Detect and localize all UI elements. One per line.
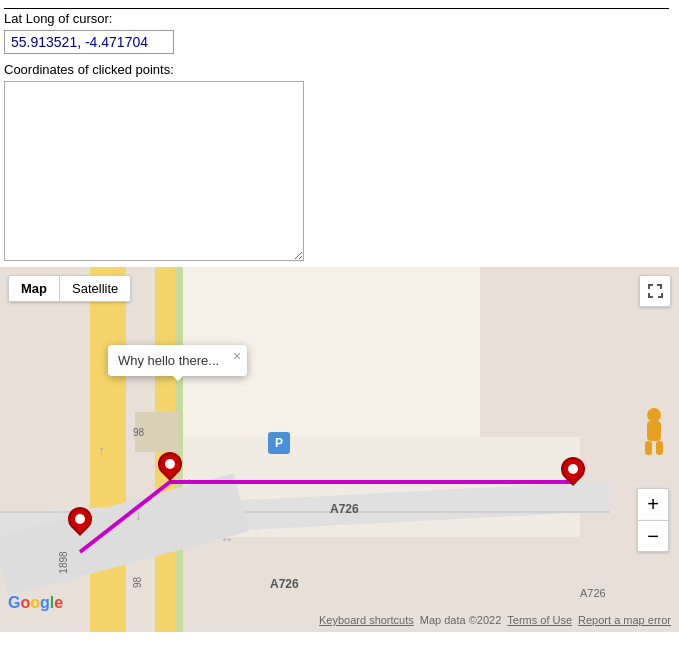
svg-rect-1 [647,421,661,441]
fullscreen-icon [647,283,663,299]
terms-link[interactable]: Terms of Use [507,614,572,626]
road-arrow-up: ↑ [98,442,105,458]
pegman-svg [639,407,669,459]
google-letter-o1: o [20,594,30,611]
svg-point-0 [647,408,661,422]
road-label-198b: 98 [133,427,144,438]
google-logo: Google [8,594,63,612]
svg-rect-2 [645,441,652,455]
road-label-198a: 98 [132,577,143,588]
road-label-a726-3: A726 [580,587,606,599]
keyboard-shortcuts-link[interactable]: Keyboard shortcuts [319,614,414,626]
lat-long-label: Lat Long of cursor: [4,8,669,26]
pegman-icon[interactable] [639,407,669,459]
map-marker-2[interactable] [68,507,92,543]
map-footer: Keyboard shortcuts Map data ©2022 Terms … [0,614,679,626]
top-section: Lat Long of cursor: 55.913521, -4.471704… [0,0,679,267]
lat-long-value: 55.913521, -4.471704 [4,30,174,54]
zoom-in-button[interactable]: + [637,488,669,520]
google-letter-g: G [8,594,20,611]
bus-stop-icon: P [268,432,290,454]
map-container[interactable]: 1898 98 98 A726 A726 A726 ↑ ↓ ↔ ↔ P Why … [0,267,679,632]
zoom-controls: + − [637,488,669,552]
yellow-road-main [90,267,126,632]
road-arrow-right: ↔ [220,531,234,547]
map-marker-1[interactable] [158,452,182,488]
coords-textarea[interactable] [4,81,304,261]
map-type-buttons: Map Satellite [8,275,131,302]
road-label-1898: 1898 [58,551,69,573]
map-marker-3[interactable] [561,457,585,493]
map-data-text: Map data ©2022 [420,614,502,626]
road-arrow-left: ↔ [180,472,194,488]
info-window-text: Why hello there... [118,353,219,368]
google-letter-o2: o [30,594,40,611]
fullscreen-button[interactable] [639,275,671,307]
info-close-button[interactable]: × [233,349,241,363]
zoom-out-button[interactable]: − [637,520,669,552]
info-window: Why hello there... × [108,345,247,376]
map-type-satellite-button[interactable]: Satellite [60,276,130,301]
road-label-a726-2: A726 [270,577,299,591]
road-label-a726-1: A726 [330,502,359,516]
map-type-map-button[interactable]: Map [9,276,60,301]
svg-rect-3 [656,441,663,455]
google-letter-e: e [54,594,63,611]
report-link[interactable]: Report a map error [578,614,671,626]
coords-label: Coordinates of clicked points: [4,62,669,77]
google-letter-g2: g [40,594,50,611]
road-arrow-down: ↓ [135,507,142,523]
